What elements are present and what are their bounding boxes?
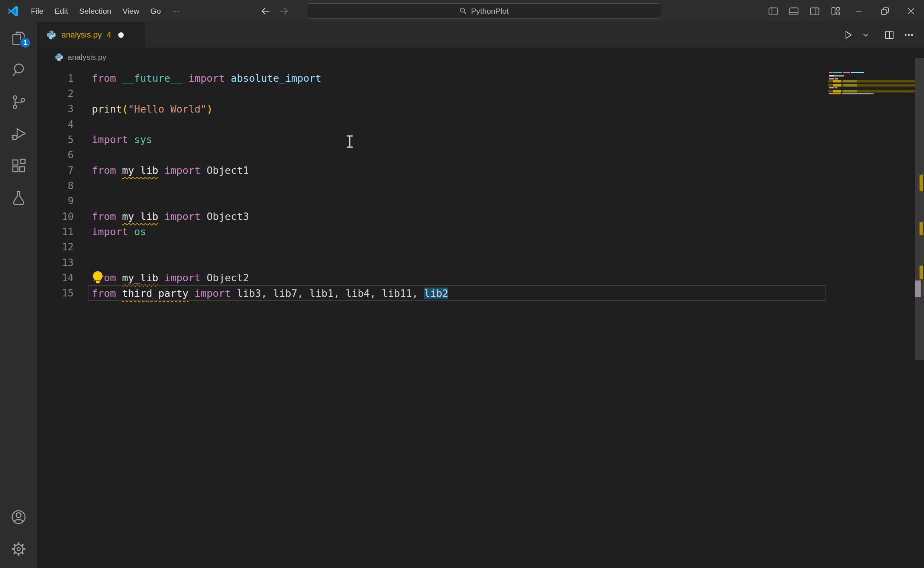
breadcrumb-file[interactable]: analysis.py	[68, 53, 106, 62]
toggle-panel-icon[interactable]	[783, 0, 804, 22]
code-line[interactable]: 9	[37, 193, 915, 209]
menu-view[interactable]: View	[117, 5, 145, 18]
code-token: lib2	[424, 287, 448, 299]
code-line-content[interactable]: import sys	[92, 134, 153, 145]
line-number[interactable]: 14	[37, 272, 74, 284]
command-center-search[interactable]: PythonPlot	[307, 3, 661, 18]
minimap-segment	[843, 90, 857, 92]
accounts-button[interactable]	[0, 501, 37, 533]
line-number[interactable]: 5	[37, 134, 74, 145]
line-number[interactable]: 10	[37, 211, 74, 222]
line-number[interactable]: 15	[37, 287, 74, 299]
line-number[interactable]: 11	[37, 226, 74, 237]
code-line[interactable]: 12	[37, 240, 915, 255]
sidebar-item-explorer[interactable]: 1	[0, 22, 37, 54]
menu-more[interactable]: ···	[166, 5, 186, 18]
minimap-row	[828, 87, 915, 88]
tab-problems-count: 4	[107, 30, 111, 40]
code-token: my_lib	[122, 165, 158, 176]
menu-file[interactable]: File	[25, 5, 49, 18]
minimap-row	[828, 78, 915, 80]
overview-ruler-mark	[919, 175, 923, 191]
minimap-segment	[843, 72, 850, 73]
code-line[interactable]: 13	[37, 255, 915, 270]
line-number[interactable]: 8	[37, 180, 74, 191]
more-actions-button[interactable]	[902, 28, 916, 42]
customize-layout-icon[interactable]	[825, 0, 846, 22]
menu-edit[interactable]: Edit	[49, 5, 74, 18]
code-line[interactable]: 8	[37, 178, 915, 193]
sidebar-item-source-control[interactable]	[0, 86, 37, 118]
close-button[interactable]	[898, 0, 924, 22]
code-lines: 1from __future__ import absolute_import2…	[37, 71, 915, 301]
code-line[interactable]: 7from my_lib import Object1	[37, 163, 915, 178]
code-line[interactable]: 15from third_party import lib3, lib7, li…	[37, 286, 915, 301]
code-token: from	[92, 165, 122, 176]
code-line-content[interactable]: from my_lib import Object3	[92, 211, 249, 222]
settings-button[interactable]	[0, 533, 37, 565]
minimap-segment	[835, 78, 838, 80]
vertical-scrollbar[interactable]	[915, 22, 924, 568]
toggle-secondary-sidebar-icon[interactable]	[804, 0, 825, 22]
code-line[interactable]: 14from my_lib import Object2	[37, 270, 915, 285]
overview-ruler-mark	[919, 266, 923, 279]
minimap-segment	[851, 72, 864, 73]
code-line-content[interactable]: from third_party import lib3, lib7, lib1…	[92, 287, 448, 299]
code-token: from	[92, 287, 122, 299]
menu-bar: File Edit Selection View Go ···	[25, 5, 186, 18]
sidebar-item-search[interactable]	[0, 54, 37, 86]
line-number[interactable]: 9	[37, 195, 74, 207]
code-editor[interactable]: 1from __future__ import absolute_import2…	[37, 67, 915, 568]
line-number[interactable]: 13	[37, 257, 74, 268]
code-line-content[interactable]: from __future__ import absolute_import	[92, 73, 322, 84]
minimap-segment	[833, 84, 841, 86]
code-line[interactable]: 1from __future__ import absolute_import	[37, 71, 915, 86]
code-line-content[interactable]: import os	[92, 226, 146, 237]
code-line[interactable]: 5import sys	[37, 132, 915, 147]
code-line[interactable]: 3print("Hello World")	[37, 101, 915, 117]
code-line[interactable]: 6	[37, 148, 915, 163]
code-line[interactable]: 2	[37, 86, 915, 101]
breadcrumb[interactable]: analysis.py	[37, 48, 924, 67]
code-token: import	[188, 287, 237, 299]
tab-analysis-py[interactable]: analysis.py 4	[37, 22, 145, 48]
lightbulb-icon[interactable]	[91, 270, 104, 285]
code-line[interactable]: 11import os	[37, 224, 915, 239]
restore-button[interactable]	[872, 0, 898, 22]
line-number[interactable]: 6	[37, 150, 74, 160]
run-and-debug-icon	[10, 125, 27, 143]
modified-dot-icon[interactable]	[118, 32, 124, 38]
minimap[interactable]	[828, 70, 915, 103]
nav-back-icon[interactable]	[260, 6, 271, 17]
minimize-button[interactable]	[846, 0, 872, 22]
minimap-segment	[871, 93, 874, 94]
sidebar-item-extensions[interactable]	[0, 150, 37, 182]
line-number[interactable]: 4	[37, 119, 74, 130]
code-line-content[interactable]: from my_lib import Object1	[92, 165, 249, 176]
line-number[interactable]: 1	[37, 73, 74, 84]
sidebar-item-testing[interactable]	[0, 182, 37, 214]
split-editor-button[interactable]	[882, 28, 897, 42]
line-number[interactable]: 2	[37, 88, 74, 99]
code-line-content[interactable]: from my_lib import Object2	[92, 272, 249, 284]
menu-go[interactable]: Go	[145, 5, 166, 18]
code-token: import	[92, 226, 134, 237]
scrollbar-slider[interactable]	[915, 58, 924, 360]
line-number[interactable]: 3	[37, 103, 74, 115]
menu-selection[interactable]: Selection	[74, 5, 117, 18]
code-line-content[interactable]: print("Hello World")	[92, 103, 213, 115]
code-token: absolute_import	[231, 73, 322, 84]
toggle-primary-sidebar-icon[interactable]	[763, 0, 783, 22]
minimap-row	[828, 75, 915, 77]
sidebar-item-run-debug[interactable]	[0, 118, 37, 150]
line-number[interactable]: 12	[37, 242, 74, 252]
code-token: print	[92, 103, 122, 115]
nav-forward-icon[interactable]	[278, 6, 289, 17]
minimap-segment	[829, 78, 835, 80]
run-python-file-button[interactable]	[841, 28, 855, 42]
code-line[interactable]: 10from my_lib import Object3	[37, 209, 915, 224]
line-number[interactable]: 7	[37, 165, 74, 176]
code-line[interactable]: 4	[37, 117, 915, 132]
run-dropdown-chevron-icon[interactable]	[860, 29, 871, 41]
minimap-row	[828, 72, 915, 73]
